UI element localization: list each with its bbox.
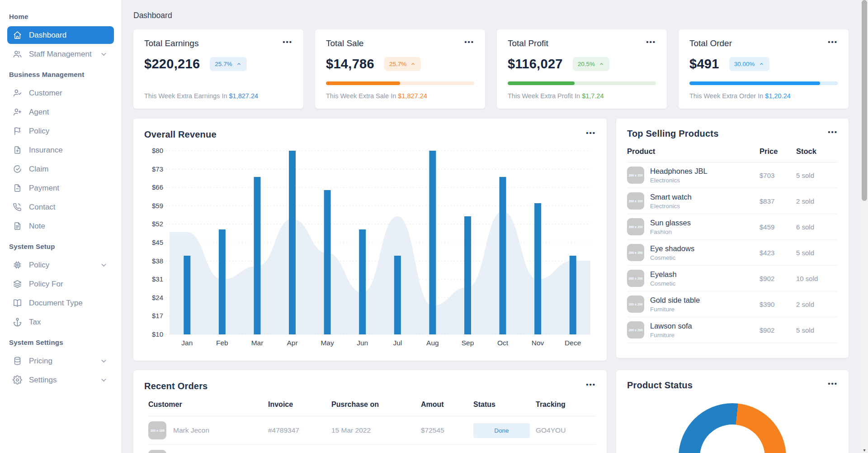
trend-badge[interactable]: 30.00%: [729, 57, 769, 71]
stat-card-total-sale: Total Sale•••$14,78625.7%This Week Extra…: [315, 29, 485, 109]
sidebar-item-dashboard[interactable]: Dashboard: [7, 26, 114, 44]
sidebar-item-pricing[interactable]: Pricing: [7, 352, 114, 370]
svg-text:$17: $17: [152, 312, 163, 319]
product-price: $459: [760, 223, 796, 231]
overall-revenue-title: Overall Revenue: [144, 129, 217, 140]
product-stock: 2 sold: [796, 300, 838, 308]
sidebar-section-system-setup: System Setup: [0, 236, 121, 255]
table-row-gold-side-table[interactable]: 200 x 200Gold side tableFurniture$3902 s…: [627, 291, 838, 317]
svg-text:$10: $10: [152, 330, 163, 338]
chevron-up-icon: [410, 61, 416, 67]
anchor-icon: [13, 317, 22, 327]
more-options-button[interactable]: •••: [828, 38, 838, 45]
product-name: Gold side table: [650, 296, 700, 305]
table-row-sun-glasses[interactable]: 200 x 200Sun glassesFashion$4596 sold: [627, 214, 838, 240]
table-row-smart-watch[interactable]: 200 x 200Smart watchElectronics$8372 sol…: [627, 188, 838, 214]
column-header-product: Product: [627, 147, 760, 156]
product-category: Cosmetic: [650, 254, 694, 261]
table-row-eyelash[interactable]: 200 x 200EyelashCosmetic$90210 sold: [627, 266, 838, 291]
more-options-button[interactable]: •••: [464, 38, 474, 45]
sidebar-item-settings[interactable]: Settings: [7, 371, 114, 389]
sidebar-item-insurance[interactable]: Insurance: [7, 141, 114, 159]
product-image-placeholder: 200 x 200: [627, 270, 644, 287]
page-scrollbar[interactable]: ▾: [861, 0, 868, 453]
product-price: $703: [760, 172, 796, 179]
more-options-button[interactable]: •••: [283, 38, 292, 45]
product-name: Lawson sofa: [650, 322, 692, 330]
phone-icon: [13, 202, 22, 212]
stat-value: $14,786: [326, 57, 374, 72]
sidebar-item-label: Tax: [29, 318, 41, 327]
stat-footer: This Week Extra Sale In $1,827.24: [326, 92, 427, 100]
overall-revenue-chart: $80$73$66$59$52$45$38$31$24$17$10JanFebM…: [144, 143, 596, 347]
sidebar-item-contact[interactable]: Contact: [7, 198, 114, 216]
more-options-button[interactable]: •••: [828, 129, 838, 135]
stat-progress-bar: [689, 81, 838, 85]
product-status-card: Product Status •••: [616, 370, 849, 453]
trend-badge[interactable]: 20.5%: [573, 57, 609, 71]
order-amount: $72545: [421, 426, 473, 434]
note-icon: [13, 221, 22, 231]
sidebar-item-payment[interactable]: Payment: [7, 179, 114, 197]
top-selling-table: ProductPriceStock200 x 200Headphones JBL…: [627, 139, 838, 343]
svg-text:Mar: Mar: [251, 339, 264, 347]
table-row-eye-shadows[interactable]: 200 x 200Eye shadowsCosmetic$4235 sold: [627, 240, 838, 266]
sidebar-item-policy-for[interactable]: Policy For: [7, 275, 114, 293]
column-header-invoice: Invoice: [268, 401, 331, 409]
customer-avatar-placeholder: 100 x 100: [148, 421, 166, 439]
sidebar-item-staff-management[interactable]: Staff Management: [7, 45, 114, 63]
order-status-badge[interactable]: Done: [473, 423, 530, 438]
svg-text:$52: $52: [152, 220, 163, 228]
product-stock: 2 sold: [796, 197, 838, 205]
product-stock: 6 sold: [796, 223, 838, 231]
user-plus-icon: [13, 107, 22, 117]
dashboard-grid: Overall Revenue ••• $80$73$66$59$52$45$3…: [133, 119, 849, 453]
product-price: $902: [760, 326, 796, 334]
sidebar-item-policy[interactable]: Policy: [7, 122, 114, 140]
trend-badge[interactable]: 25.7%: [384, 57, 421, 71]
scrollbar-thumb[interactable]: [862, 0, 867, 201]
sidebar-item-document-type[interactable]: Document Type: [7, 294, 114, 312]
product-stock: 5 sold: [796, 172, 838, 179]
sidebar-item-note[interactable]: Note: [7, 217, 114, 235]
scrollbar-down-arrow[interactable]: ▾: [861, 448, 868, 453]
product-stock: 5 sold: [796, 249, 838, 257]
product-name: Eyelash: [650, 270, 677, 279]
svg-text:May: May: [321, 339, 334, 347]
sidebar-item-customer[interactable]: Customer: [7, 84, 114, 102]
stat-value: $491: [689, 57, 719, 72]
svg-text:$80: $80: [152, 147, 163, 154]
sidebar-item-label: Document Type: [29, 299, 83, 308]
table-row-lawson-sofa[interactable]: 200 x 200Lawson sofaFurniture$9025 sold: [627, 317, 838, 343]
product-image-placeholder: 200 x 200: [627, 192, 644, 210]
svg-text:$66: $66: [152, 183, 163, 191]
more-options-button[interactable]: •••: [586, 129, 596, 136]
svg-text:$45: $45: [152, 238, 163, 246]
more-options-button[interactable]: •••: [586, 381, 596, 388]
sidebar: HomeDashboardStaff ManagementBusiness Ma…: [0, 0, 121, 453]
sidebar-item-agent[interactable]: Agent: [7, 103, 114, 121]
product-price: $423: [760, 249, 796, 257]
sidebar-item-policy[interactable]: Policy: [7, 256, 114, 274]
sidebar-item-label: Insurance: [29, 146, 63, 155]
table-row-headphones-jbl[interactable]: 200 x 200Headphones JBLElectronics$7035 …: [627, 162, 838, 188]
sidebar-item-claim[interactable]: Claim: [7, 160, 114, 178]
product-image-placeholder: 200 x 200: [627, 218, 644, 235]
overall-revenue-card: Overall Revenue ••• $80$73$66$59$52$45$3…: [133, 119, 607, 361]
chevron-down-icon: [99, 49, 108, 59]
stat-value: $220,216: [144, 57, 200, 72]
sidebar-item-label: Settings: [29, 376, 57, 385]
more-options-button[interactable]: •••: [828, 380, 838, 387]
main-content: Dashboard Total Earnings•••$220,21625.7%…: [121, 0, 868, 453]
order-row-mark-jecon[interactable]: 100 x 100Mark Jecon#478934715 Mar 2022$7…: [148, 416, 596, 445]
sidebar-section-system-settings: System Settings: [0, 332, 121, 351]
chevron-down-icon: [99, 356, 108, 366]
top-selling-title: Top Selling Products: [627, 129, 719, 139]
product-stock: 10 sold: [796, 275, 838, 282]
page-title: Dashboard: [133, 0, 849, 20]
order-invoice: #4789347: [268, 426, 331, 434]
more-options-button[interactable]: •••: [646, 38, 656, 45]
sidebar-item-tax[interactable]: Tax: [7, 313, 114, 331]
chevron-down-icon: [99, 260, 108, 270]
trend-badge[interactable]: 25.7%: [210, 57, 246, 71]
